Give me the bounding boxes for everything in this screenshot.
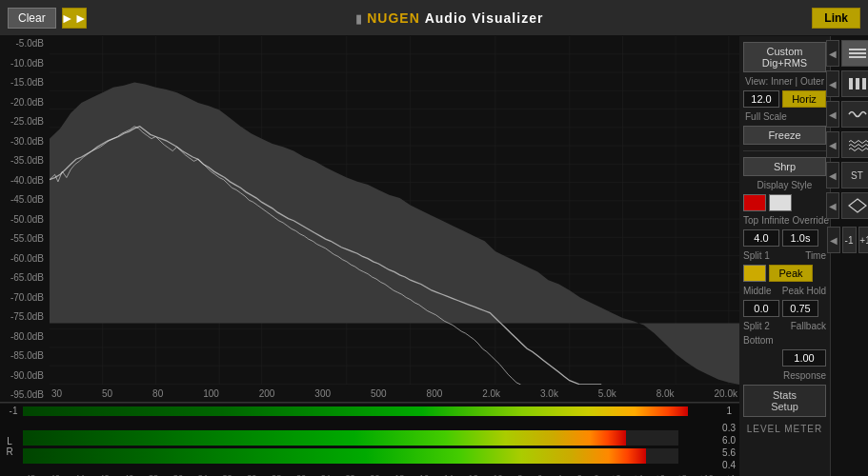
forward-button[interactable]: ►►: [62, 8, 87, 29]
display-icon-btn-1[interactable]: [841, 40, 869, 67]
freq-label: 500: [371, 388, 387, 399]
arrow-left-3[interactable]: ◀: [826, 101, 839, 128]
split1-time-labels: Split 1 Time: [743, 250, 826, 261]
time-input[interactable]: [782, 229, 818, 247]
arrow-left-2[interactable]: ◀: [826, 70, 839, 97]
icon-row-7: ◀ -1 +1: [827, 227, 869, 253]
db-labels: -5.0dB -10.0dB -15.0dB -20.0dB -25.0dB -…: [0, 36, 50, 402]
split2-input[interactable]: [743, 300, 779, 317]
db-scale: -48 -46 -44 -42 -40 -38 -36 -34 -32 -30 …: [0, 471, 739, 476]
wave-icon: [847, 107, 868, 122]
db-label: -65.0dB: [2, 272, 48, 283]
clear-button[interactable]: Clear: [8, 8, 56, 29]
freq-label: 100: [203, 388, 219, 399]
arrow-left-5[interactable]: ◀: [826, 162, 839, 188]
top-bar: Clear ►► ▮ NUGEN Audio Visualizer Link: [0, 0, 868, 36]
icon-row-4: ◀: [826, 131, 869, 158]
db-label: -85.0dB: [2, 350, 48, 361]
mini-bar-fill-area: [23, 407, 688, 416]
peak-button[interactable]: Peak: [769, 265, 813, 282]
meter-row-l: [23, 430, 678, 446]
freq-label: 800: [427, 388, 443, 399]
arrow-left-6[interactable]: ◀: [826, 192, 839, 219]
split1-row: [743, 229, 826, 247]
db-label: -90.0dB: [2, 370, 48, 381]
link-button[interactable]: Link: [812, 8, 860, 29]
stats-label: Stats: [773, 389, 797, 401]
setup-label: Setup: [771, 401, 798, 412]
display-mode-button[interactable]: Custom Dig+RMS: [743, 42, 826, 72]
response-input[interactable]: [782, 349, 826, 367]
freeze-button[interactable]: Freeze: [743, 126, 826, 145]
freq-label: 8.0k: [656, 388, 675, 399]
mini-bar-right: 1: [688, 406, 736, 416]
split2-label: Split 2: [743, 321, 770, 331]
svg-rect-15: [849, 52, 866, 54]
bottom-label: Bottom: [743, 335, 826, 346]
arrow-left-7[interactable]: ◀: [827, 227, 840, 253]
right-indicators: 0.3 6.0 5.6 0.4: [682, 423, 739, 470]
split2-row: [743, 300, 826, 317]
display-icon-btn-2[interactable]: [841, 70, 869, 97]
meter-bars: L R 0.3 6.0 5.6: [0, 418, 739, 471]
meter-value-1: 0.3: [722, 423, 736, 433]
meter-section: -1 1 L R: [0, 402, 739, 476]
response-label: Response: [743, 370, 826, 381]
lr-l-label: L: [7, 436, 12, 446]
db-label: -25.0dB: [2, 116, 48, 127]
db-label: -70.0dB: [2, 292, 48, 303]
title-nugen: NUGEN: [367, 10, 420, 26]
svg-marker-20: [849, 199, 866, 212]
db-label: -75.0dB: [2, 311, 48, 322]
mini-bar-row: -1 1: [0, 403, 739, 418]
main-layout: -5.0dB -10.0dB -15.0dB -20.0dB -25.0dB -…: [0, 36, 868, 476]
horiz-button[interactable]: Horiz: [782, 90, 826, 108]
infinite-label: Infinite: [761, 215, 789, 226]
arrow-left-4[interactable]: ◀: [826, 131, 839, 158]
level-meter-label: LEVEL METER: [743, 421, 826, 437]
icon-row-1: ◀: [826, 40, 869, 67]
plus1-button[interactable]: +1: [858, 227, 869, 253]
db-label: -5.0dB: [2, 38, 48, 49]
meter-row-r: [23, 448, 678, 464]
meter-fill-r: [23, 448, 646, 464]
spectrum-area: -5.0dB -10.0dB -15.0dB -20.0dB -25.0dB -…: [0, 36, 739, 476]
meter-fill-l: [23, 430, 626, 446]
icon-row-3: ◀: [826, 101, 869, 128]
spectrum-canvas: -5.0dB -10.0dB -15.0dB -20.0dB -25.0dB -…: [0, 36, 739, 402]
override-color-swatch[interactable]: [769, 194, 792, 211]
minus1-button[interactable]: -1: [842, 227, 857, 253]
svg-rect-19: [862, 78, 866, 89]
icon-row-2: ◀: [826, 70, 869, 97]
meter-value-4: 0.4: [722, 460, 736, 470]
icon-buttons-panel: ◀ ◀ ◀ ◀: [830, 36, 868, 476]
fallback-input[interactable]: [782, 300, 818, 317]
mini-bar-label: -1: [4, 406, 23, 416]
db-label: -45.0dB: [2, 194, 48, 205]
display-icon-btn-5[interactable]: ST: [841, 162, 869, 188]
split1-label: Split 1: [743, 250, 770, 261]
stats-setup-button[interactable]: Stats Setup: [743, 385, 826, 417]
split1-input[interactable]: [743, 229, 779, 247]
arrow-left-1[interactable]: ◀: [826, 40, 839, 67]
shrp-button[interactable]: Shrp: [743, 157, 826, 176]
divider-1: [743, 150, 826, 151]
full-scale-label: Full Scale: [743, 111, 826, 122]
db-label: -20.0dB: [2, 97, 48, 108]
middle-color-swatch[interactable]: [743, 265, 766, 282]
freq-label: 300: [314, 388, 331, 399]
db-label: -30.0dB: [2, 136, 48, 147]
icon-row-6: ◀: [826, 192, 869, 219]
db-label: -60.0dB: [2, 253, 48, 264]
middle-label: Middle: [743, 286, 771, 296]
multi-wave-icon: [847, 137, 868, 152]
display-icon-btn-4[interactable]: [841, 131, 869, 158]
db-label: -15.0dB: [2, 77, 48, 88]
display-icon-btn-6[interactable]: [841, 192, 869, 219]
display-icon-btn-3[interactable]: [841, 101, 869, 128]
svg-rect-17: [849, 78, 853, 89]
top-color-swatch[interactable]: [743, 194, 766, 211]
meter-rows: [19, 430, 682, 464]
db-label: -95.0dB: [2, 389, 48, 400]
full-scale-input[interactable]: [743, 90, 779, 108]
